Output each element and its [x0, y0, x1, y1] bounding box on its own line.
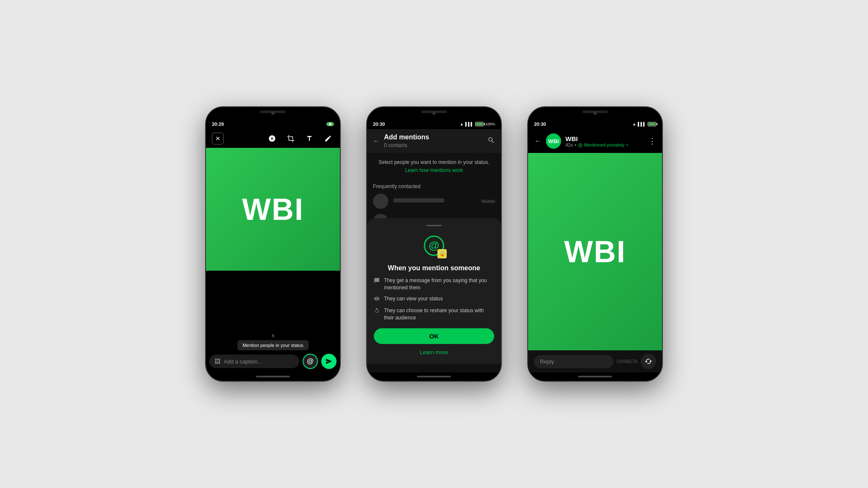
phone-1-home-bar: [206, 372, 340, 381]
phone-3-name: WBI: [565, 135, 644, 142]
phone-2-notch: [367, 107, 501, 119]
phone-3-wbi-image: WBI: [528, 153, 662, 350]
phone-3-bottom: Reply GWABETA: [528, 350, 662, 372]
phone-1-wbi-logo: WBI: [242, 192, 304, 227]
point-text-1: They get a message from you saying that …: [384, 277, 494, 291]
phone-3-time: 20:30: [534, 122, 546, 127]
reshare-icon: [374, 308, 380, 315]
phone-3-header: ← WBI WBI 42s • @ Mentioned privately > …: [528, 129, 662, 153]
phone-3-notch: [528, 107, 662, 119]
ok-button[interactable]: OK: [374, 328, 494, 344]
contact-type-1: Mobile: [481, 199, 495, 204]
phone-1: 20:29 ✕: [205, 106, 341, 382]
contact-info-1: [393, 198, 476, 204]
battery-icon: [475, 122, 484, 126]
phone-2-time: 20:30: [373, 122, 385, 127]
phone-1-camera: [271, 111, 275, 115]
phone-1-screen: 20:29 ✕: [206, 119, 340, 372]
contact-name-1: [393, 198, 444, 202]
point-text-3: They can choose to reshare your status w…: [384, 307, 494, 322]
phone-1-status-icons: [326, 122, 334, 126]
phone-3-header-info: WBI 42s • @ Mentioned privately >: [565, 135, 644, 147]
battery-percent: 100%: [485, 122, 495, 126]
search-icon-btn[interactable]: [487, 136, 495, 146]
time-ago: 42s: [565, 142, 573, 147]
learn-mentions-link[interactable]: Learn how mentions work: [373, 167, 495, 174]
message-icon: [374, 277, 380, 285]
wifi-icon: ▲: [460, 122, 464, 126]
sheet-point-1: They get a message from you saying that …: [374, 277, 494, 291]
phone-1-time: 20:29: [212, 122, 224, 127]
contact-avatar-1: [373, 194, 388, 209]
phone-2-screen: 20:30 ▲ ▌▌▌ 100% ← Add mentions 0 contac…: [367, 119, 501, 372]
signal-icon: ▌▌▌: [465, 122, 473, 126]
phone-1-wbi-image: WBI: [206, 148, 340, 271]
phone-1-bottom: ∧ Mention people in your status 🖼 Add a …: [206, 271, 340, 372]
learn-more-link[interactable]: Learn more: [374, 347, 494, 357]
back-arrow-p3[interactable]: ←: [534, 137, 542, 146]
mention-big-icon: @ 🔒: [421, 233, 447, 258]
signal-icon-p3: ▌▌▌: [638, 122, 646, 126]
caption-placeholder: Add a caption...: [224, 358, 294, 365]
phone-2-bottom-sheet: @ 🔒 When you mention someone They get a …: [367, 218, 501, 364]
caption-input[interactable]: 🖼 Add a caption...: [209, 355, 299, 368]
phone-2-status-icons: ▲ ▌▌▌ 100%: [460, 122, 495, 126]
phone-2-camera: [432, 111, 436, 115]
battery-dot: [329, 123, 331, 125]
point-text-2: They can view your status: [384, 295, 443, 302]
add-mentions-title: Add mentions: [384, 133, 483, 141]
phone-3-wbi-logo: WBI: [564, 234, 626, 269]
sheet-point-2: They can view your status: [374, 295, 494, 303]
more-options-icon[interactable]: ⋮: [648, 136, 656, 146]
phone-3: 20:30 ▲ ▌▌▌ ← WBI WBI 42s •: [527, 106, 663, 382]
phone-3-camera: [593, 111, 597, 115]
phone-3-home-bar: [528, 372, 662, 381]
text-icon-btn[interactable]: [303, 133, 315, 144]
mentioned-privately-badge[interactable]: @ Mentioned privately >: [578, 142, 629, 147]
close-button[interactable]: ✕: [212, 133, 224, 144]
phone-3-status-icons: ▲ ▌▌▌: [632, 122, 656, 126]
battery-fill: [476, 123, 483, 125]
contact-row-1: Mobile: [367, 191, 501, 211]
wifi-icon-p3: ▲: [632, 122, 636, 126]
lock-badge-icon: 🔒: [437, 249, 447, 258]
back-arrow-icon[interactable]: ←: [373, 137, 380, 145]
phone-2-status-bar: 20:30 ▲ ▌▌▌ 100%: [367, 119, 501, 129]
phone-2-home-bar: [367, 372, 501, 381]
dot-separator: •: [575, 142, 576, 147]
chevron-up-icon: ∧: [209, 333, 337, 340]
battery-fill-p3: [648, 123, 655, 125]
frequently-contacted-label: Frequently contacted: [367, 180, 501, 191]
mention-tooltip: Mention people in your status: [237, 340, 309, 350]
phone-3-sub: 42s • @ Mentioned privately >: [565, 142, 644, 147]
reply-input[interactable]: Reply: [534, 355, 613, 368]
crop-icon-btn[interactable]: [285, 133, 297, 144]
mention-at-button[interactable]: @: [303, 354, 318, 369]
phone-2-header: ← Add mentions 0 contacts: [367, 129, 501, 153]
phone-1-status-bar: 20:29: [206, 119, 340, 129]
phone-1-notch: [206, 107, 340, 119]
image-icon: 🖼: [214, 358, 220, 365]
phone-3-screen: 20:30 ▲ ▌▌▌ ← WBI WBI 42s •: [528, 119, 662, 372]
phone-1-toolbar: ✕: [206, 129, 340, 148]
contacts-count: 0 contacts: [384, 142, 407, 148]
sheet-title: When you mention someone: [374, 264, 494, 272]
sheet-handle: [426, 225, 442, 226]
caption-bar: 🖼 Add a caption... @: [209, 354, 337, 369]
phone-3-status-bar: 20:30 ▲ ▌▌▌: [528, 119, 662, 129]
sticker-icon-btn[interactable]: [266, 133, 278, 144]
phone-2: 20:30 ▲ ▌▌▌ 100% ← Add mentions 0 contac…: [366, 106, 502, 382]
battery-green-pill: [326, 122, 334, 126]
phone-3-avatar: WBI: [546, 133, 561, 149]
sheet-points: They get a message from you saying that …: [374, 277, 494, 322]
sheet-point-3: They can choose to reshare your status w…: [374, 307, 494, 322]
phone-2-header-title: Add mentions 0 contacts: [384, 133, 483, 149]
send-button[interactable]: [321, 354, 337, 369]
view-icon: [374, 296, 380, 303]
reshare-button[interactable]: [641, 354, 656, 369]
watermark-text: GWABETA: [617, 359, 637, 364]
phone-2-info-text: Select people you want to mention in you…: [367, 153, 501, 180]
toolbar-icons: [266, 133, 334, 144]
draw-icon-btn[interactable]: [322, 133, 334, 144]
battery-icon-p3: [648, 122, 656, 126]
